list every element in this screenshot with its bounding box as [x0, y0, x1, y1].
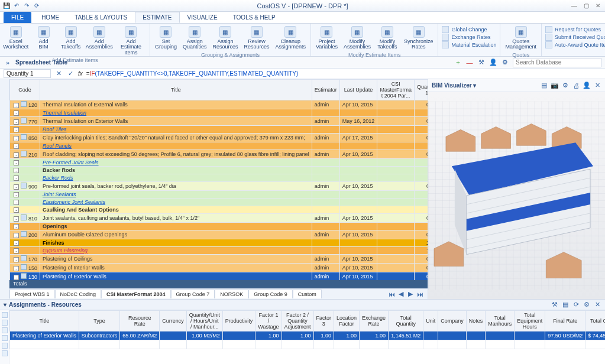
- expander-icon[interactable]: -: [14, 119, 19, 125]
- column-header[interactable]: Factor 1 / Wastage: [255, 311, 282, 332]
- ribbon-link[interactable]: Request for Quotes: [545, 26, 605, 33]
- tab-nav-first-icon[interactable]: ⏮: [387, 290, 396, 298]
- expander-icon[interactable]: -: [14, 257, 19, 262]
- table-row[interactable]: -Roof Panels: [10, 142, 428, 150]
- close-icon[interactable]: ✕: [593, 1, 603, 9]
- chevron-down-icon[interactable]: ▾: [4, 301, 7, 308]
- column-header[interactable]: Quantity/Unit / Hours/Unit / Manhour...: [186, 311, 222, 332]
- sheet-tab[interactable]: Group Code 9: [248, 290, 293, 298]
- expander-icon[interactable]: -: [14, 168, 19, 173]
- category-link[interactable]: Thermal Insulation: [43, 110, 86, 116]
- column-header[interactable]: Title: [10, 311, 79, 332]
- column-header[interactable]: Title: [40, 80, 312, 100]
- ribbon-button[interactable]: ▦Modify Assemblies: [342, 25, 372, 51]
- expander-icon[interactable]: -: [14, 103, 19, 108]
- assign-close-icon[interactable]: ✕: [593, 301, 601, 309]
- tab-nav-prev-icon[interactable]: ◀: [397, 290, 405, 298]
- table-row[interactable]: -200Aluminum Double Glazed Openingsadmin…: [10, 230, 428, 239]
- expander-icon[interactable]: -: [14, 127, 19, 132]
- column-header[interactable]: Last Update: [339, 80, 377, 100]
- table-row[interactable]: -Elastomeric Joint Sealants: [10, 199, 428, 206]
- rail-item-icon[interactable]: [2, 335, 8, 341]
- minimize-icon[interactable]: —: [570, 1, 579, 9]
- expander-icon[interactable]: -: [14, 160, 19, 165]
- ribbon-link[interactable]: Exchange Rates: [442, 34, 496, 41]
- rail-item-icon[interactable]: [2, 312, 8, 318]
- category-link[interactable]: Pre-Formed Joint Seals: [43, 160, 99, 165]
- expander-icon[interactable]: -: [14, 207, 19, 213]
- column-header[interactable]: Company: [438, 311, 467, 332]
- expander-icon[interactable]: -: [14, 144, 19, 149]
- table-row[interactable]: -130Plastering of Exterior WallsadminApr…: [10, 272, 428, 281]
- column-header[interactable]: Notes: [466, 311, 486, 332]
- expander-icon[interactable]: -: [14, 176, 19, 181]
- user-icon[interactable]: 👤: [489, 58, 497, 67]
- tab-file[interactable]: FILE: [4, 12, 31, 23]
- expander-icon[interactable]: -: [14, 152, 19, 158]
- cancel-formula-icon[interactable]: ✕: [54, 70, 63, 78]
- assignments-grid[interactable]: TitleTypeResource RateCurrencyQuantity/U…: [9, 310, 605, 364]
- sheet-tab[interactable]: Custom: [293, 290, 322, 298]
- search-input[interactable]: [513, 58, 601, 67]
- column-header[interactable]: Total Cost: [585, 311, 605, 332]
- ribbon-link[interactable]: Submit Received Quotes: [545, 34, 605, 41]
- table-row[interactable]: -850Clay interlocking plain tiles; Sandt…: [10, 134, 428, 142]
- sheet-tab[interactable]: CSI MasterFormat 2004: [101, 290, 171, 298]
- ribbon-link[interactable]: Global Change: [442, 26, 496, 33]
- column-header[interactable]: Currency: [160, 311, 187, 332]
- ribbon-button[interactable]: ▦Add Takeoffs: [59, 25, 83, 57]
- maximize-icon[interactable]: ▢: [581, 1, 591, 9]
- refresh-icon[interactable]: ⟳: [33, 1, 41, 9]
- column-header[interactable]: Type: [79, 311, 120, 332]
- column-header[interactable]: Total Equipment Hours: [515, 311, 545, 332]
- spreadsheet-grid[interactable]: CodeTitleEstimatorLast UpdateCSI MasterF…: [9, 79, 428, 280]
- column-header[interactable]: CSI MasterForma t 2004 Par...: [377, 80, 415, 100]
- vis-print-icon[interactable]: 🖨: [572, 82, 580, 90]
- table-row[interactable]: -Joint Sealants: [10, 191, 428, 199]
- tab-home[interactable]: HOME: [34, 12, 67, 23]
- tab-nav-next-icon[interactable]: ▶: [406, 290, 415, 298]
- table-row[interactable]: -900Pre-formed joint seals, backer rod, …: [10, 182, 428, 191]
- assign-tools-icon[interactable]: ⚒: [551, 301, 559, 309]
- column-header[interactable]: Total Quantity: [389, 311, 423, 332]
- assignment-row[interactable]: Plastering of Exterior WallsSubcontracto…: [10, 332, 606, 340]
- expander-icon[interactable]: -: [14, 240, 19, 246]
- column-header[interactable]: Exchange Rate: [360, 311, 389, 332]
- vis-layers-icon[interactable]: ▤: [540, 82, 548, 90]
- table-row[interactable]: -Finishes1.000.00 M20.000.000.000.00: [10, 239, 428, 247]
- rail-item-icon[interactable]: [2, 327, 8, 333]
- sheet-tab[interactable]: Project WBS 1: [9, 290, 55, 298]
- ribbon-button[interactable]: ▦Project Variables: [315, 25, 339, 51]
- column-header[interactable]: Productivity: [222, 311, 255, 332]
- ribbon-button[interactable]: ▦Cleanup Assignments: [274, 25, 308, 51]
- rail-item-icon[interactable]: [2, 320, 8, 326]
- ribbon-button[interactable]: ▦Synchronize Rates: [403, 25, 435, 51]
- expander-icon[interactable]: -: [14, 192, 19, 197]
- assign-layers-icon[interactable]: ▤: [561, 301, 570, 309]
- accept-formula-icon[interactable]: ✓: [66, 70, 75, 78]
- assign-settings-icon[interactable]: ⚙: [583, 301, 591, 309]
- category-link[interactable]: Joint Sealants: [43, 191, 76, 197]
- expander-icon[interactable]: -: [14, 248, 19, 254]
- ribbon-link[interactable]: Material Escalation: [442, 41, 496, 48]
- category-link[interactable]: Roof Tiles: [43, 126, 66, 132]
- table-row[interactable]: -Roof Tiles: [10, 126, 428, 134]
- expand-icon[interactable]: »: [4, 58, 12, 67]
- delete-row-icon[interactable]: —: [465, 58, 474, 67]
- tab-visualize[interactable]: VISUALIZE: [180, 12, 225, 23]
- sheet-tab[interactable]: NoDoC Coding: [55, 290, 102, 298]
- redo-icon[interactable]: ↷: [22, 1, 31, 9]
- column-header[interactable]: Resource Rate: [120, 311, 160, 332]
- ribbon-button[interactable]: ▦Add Assemblies: [86, 25, 112, 57]
- vis-camera-icon[interactable]: 📷: [551, 82, 559, 90]
- column-header[interactable]: Estimator: [312, 80, 339, 100]
- tab-tools-help[interactable]: TOOLS & HELP: [225, 12, 283, 23]
- ribbon-button[interactable]: ▦Add Estimate Items: [116, 25, 146, 57]
- expander-icon[interactable]: -: [14, 216, 19, 222]
- table-row[interactable]: -Gypsum Plastering1.000.00 M20.000.000.0…: [10, 247, 428, 255]
- expander-icon[interactable]: -: [14, 224, 19, 229]
- rail-item-icon[interactable]: [2, 350, 8, 356]
- column-header[interactable]: Factor 2 / Quantity Adjustment: [282, 311, 313, 332]
- table-row[interactable]: -Backer Rods: [10, 167, 428, 174]
- tools-icon[interactable]: ⚒: [477, 58, 486, 67]
